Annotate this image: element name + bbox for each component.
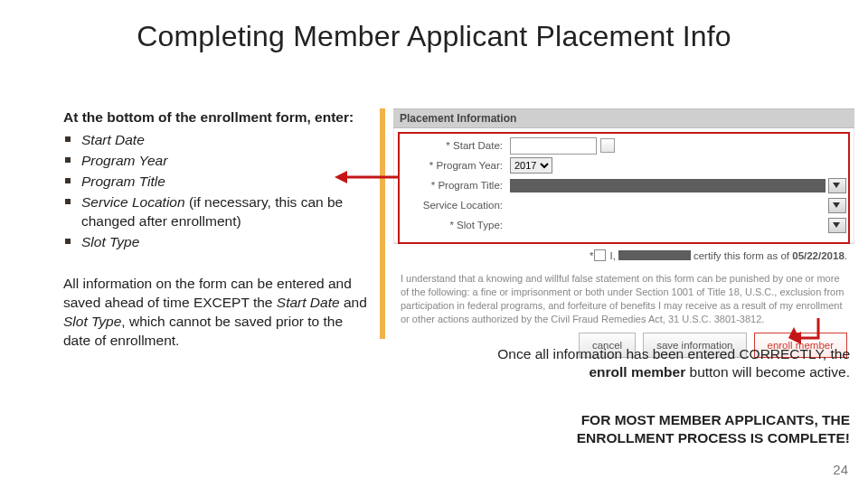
panel-fields: * Start Date: * Program Year: 2017 * Pro… — [393, 128, 854, 243]
start-date-input[interactable] — [510, 137, 597, 155]
svg-marker-1 — [335, 171, 347, 183]
label-service-location: Service Location: — [401, 200, 503, 211]
list-item: Program Title — [65, 173, 371, 192]
label-program-year: * Program Year: — [401, 160, 503, 171]
arrow-left-icon — [335, 168, 398, 186]
accent-bar — [380, 108, 385, 339]
calendar-icon[interactable] — [600, 138, 615, 153]
redacted-name — [618, 250, 691, 260]
label-start-date: * Start Date: — [401, 140, 503, 151]
program-title-field[interactable] — [510, 179, 826, 192]
placement-panel: Placement Information * Start Date: * Pr… — [393, 108, 854, 367]
lead-text: At the bottom of the enrollment form, en… — [63, 108, 371, 127]
list-item: Service Location (if necessary, this can… — [65, 193, 371, 231]
program-title-dropdown-icon[interactable] — [828, 178, 846, 193]
page-title: Completing Member Applicant Placement In… — [0, 20, 868, 53]
list-item: Program Year — [65, 152, 371, 171]
page-number: 24 — [833, 462, 848, 477]
program-year-select[interactable]: 2017 — [510, 157, 552, 174]
list-item: Slot Type — [65, 233, 371, 252]
service-location-dropdown-icon[interactable] — [828, 198, 846, 213]
label-program-title: * Program Title: — [401, 180, 503, 191]
panel-header: Placement Information — [393, 108, 854, 128]
label-slot-type: * Slot Type: — [401, 220, 503, 230]
note-process-complete: FOR MOST MEMBER APPLICANTS, THE ENROLLME… — [488, 411, 850, 447]
certify-checkbox[interactable] — [594, 249, 606, 261]
list-item: Start Date — [65, 131, 371, 150]
note-enroll-active: Once all information has been entered CO… — [488, 345, 850, 381]
left-column: At the bottom of the enrollment form, en… — [63, 108, 371, 351]
fine-print: I understand that a knowing and willful … — [393, 265, 854, 325]
slot-type-dropdown-icon[interactable] — [828, 218, 846, 233]
paragraph-note: All information on the form can be enter… — [63, 275, 371, 351]
bullet-list: Start Date Program Year Program Title Se… — [65, 131, 371, 252]
certify-row: * I, certify this form as of 05/22/2018. — [393, 243, 854, 265]
